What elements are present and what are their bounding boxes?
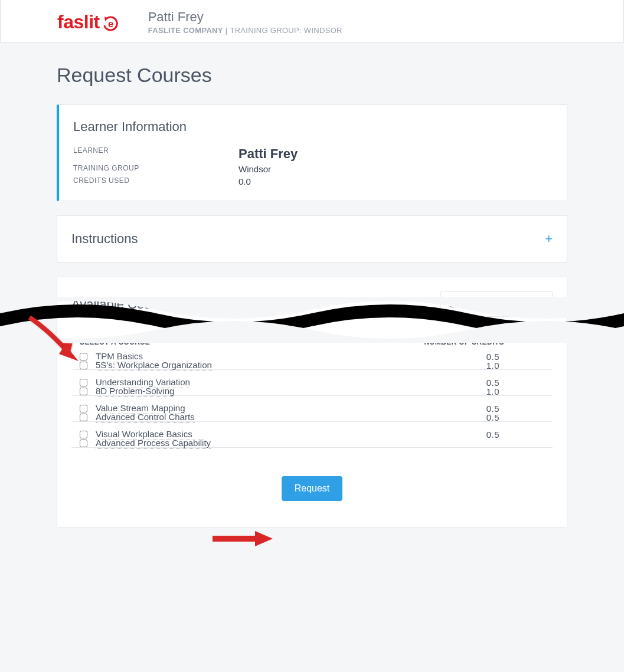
course-link[interactable]: Understanding Variation [96, 377, 190, 388]
logo-text: faslit [57, 11, 100, 33]
learner-info-card: Learner Information LEARNER Patti Frey T… [57, 104, 567, 201]
value-training-group: Windsor [239, 164, 553, 174]
training-group-value: WINDSOR [304, 26, 342, 35]
course-credits: 0.5 [377, 344, 553, 370]
svg-text:e: e [108, 18, 113, 29]
course-checkbox[interactable] [80, 431, 87, 438]
value-learner: Patti Frey [239, 146, 553, 162]
learner-section-title: Learner Information [73, 119, 553, 135]
header-user-name: Patti Frey [148, 9, 342, 25]
label-training-group: TRAINING GROUP [73, 164, 239, 174]
course-link[interactable]: Visual Workplace Basics [96, 429, 192, 440]
instructions-title: Instructions [71, 231, 138, 247]
page-title: Request Courses [57, 64, 567, 87]
course-link[interactable]: Value Stream Mapping [96, 403, 185, 414]
header-subtitle: FASLITE COMPANY|TRAINING GROUP: WINDSOR [148, 26, 342, 35]
training-group-label: TRAINING GROUP: [230, 26, 302, 35]
request-button[interactable]: Request [282, 476, 343, 501]
plus-icon: + [545, 231, 553, 247]
value-credits-used: 0.0 [239, 176, 553, 186]
course-checkbox[interactable] [80, 379, 87, 386]
course-checkbox[interactable] [80, 362, 87, 369]
logo[interactable]: faslit e [57, 11, 120, 33]
course-credits: 0.5 [377, 370, 553, 396]
instructions-card[interactable]: Instructions + [57, 215, 567, 263]
label-credits-used: CREDITS USED [73, 176, 239, 186]
course-link[interactable]: TPM Basics [96, 351, 143, 362]
course-checkbox[interactable] [80, 388, 87, 395]
header-user-info: Patti Frey FASLITE COMPANY|TRAINING GROU… [148, 9, 342, 35]
header-bar: faslit e Patti Frey FASLITE COMPANY|TRAI… [0, 0, 624, 42]
course-checkbox[interactable] [80, 414, 87, 421]
course-checkbox[interactable] [80, 405, 87, 412]
course-checkbox[interactable] [80, 440, 87, 447]
course-checkbox[interactable] [80, 353, 87, 360]
course-credits: 0.5 [377, 396, 553, 422]
course-credits: 0.5 [377, 422, 553, 448]
header-company: FASLITE COMPANY [148, 26, 223, 35]
main-container-bottom: TPM Basics0.5Understanding Variation0.5V… [0, 340, 624, 565]
label-learner: LEARNER [73, 146, 239, 162]
logo-icon: e [101, 13, 120, 32]
wave-divider [0, 297, 624, 343]
